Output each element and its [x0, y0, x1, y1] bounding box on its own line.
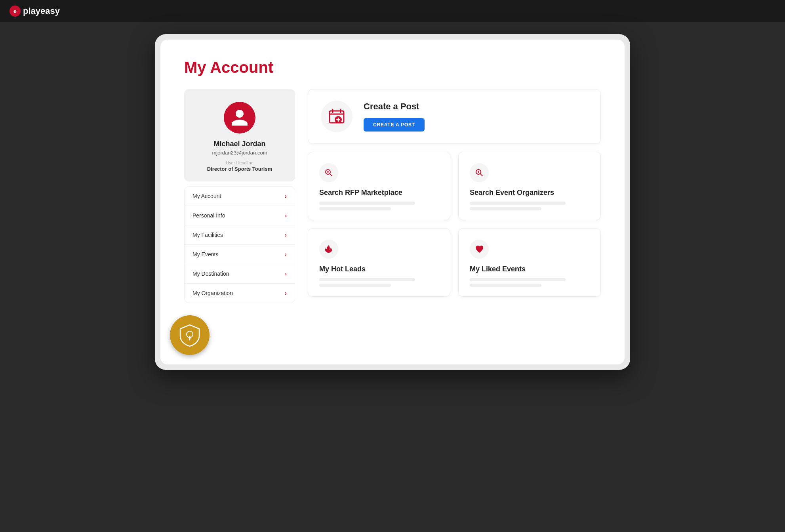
svg-line-11 [480, 174, 483, 176]
search-rfp-icon-wrap [319, 163, 338, 182]
search-organizers-icon [474, 168, 484, 177]
chevron-right-icon: › [285, 193, 287, 199]
nav-item-label: My Destination [192, 271, 229, 277]
chevron-right-icon: › [285, 212, 287, 219]
profile-section: Michael Jordan mjordan23@jordan.com User… [184, 89, 295, 181]
search-organizers-card[interactable]: Search Event Organizers [458, 152, 601, 220]
user-icon [230, 108, 250, 128]
feature-line [470, 284, 541, 287]
sidebar-item-my-events[interactable]: My Events › [185, 245, 295, 264]
nav-menu: My Account › Personal Info › My Faciliti… [184, 186, 295, 303]
chevron-right-icon: › [285, 232, 287, 238]
nav-item-label: My Events [192, 251, 218, 257]
content-area: Create a Post CREATE A POST [308, 89, 601, 297]
shield-badge-icon [178, 323, 202, 347]
create-post-info: Create a Post CREATE A POST [364, 101, 588, 132]
fire-icon [324, 244, 333, 254]
topbar: e playeasy [0, 0, 785, 22]
feature-line [319, 284, 391, 287]
logo-icon: e [10, 6, 21, 17]
feature-line [319, 278, 415, 281]
cards-grid: Search RFP Marketplace [308, 152, 601, 297]
hot-leads-title: My Hot Leads [319, 265, 439, 273]
nav-item-label: My Facilities [192, 232, 223, 238]
create-post-card: Create a Post CREATE A POST [308, 89, 601, 144]
profile-headline-label: User Headline [226, 160, 253, 165]
nav-item-label: My Organization [192, 290, 233, 296]
nav-item-label: My Account [192, 193, 221, 199]
svg-point-9 [327, 171, 329, 173]
logo[interactable]: e playeasy [10, 6, 60, 17]
feature-line [470, 278, 566, 281]
search-rfp-icon [324, 168, 333, 177]
device-frame: My Account Michael Jordan mjordan23@jord… [155, 34, 630, 370]
search-organizers-icon-wrap [470, 163, 489, 182]
chevron-right-icon: › [285, 290, 287, 296]
svg-line-8 [330, 174, 332, 176]
sidebar-item-my-facilities[interactable]: My Facilities › [185, 225, 295, 245]
feature-line [470, 202, 566, 205]
search-rfp-title: Search RFP Marketplace [319, 189, 439, 197]
sidebar-item-my-destination[interactable]: My Destination › [185, 264, 295, 284]
liked-events-title: My Liked Events [470, 265, 589, 273]
page-title: My Account [184, 59, 601, 76]
search-organizers-title: Search Event Organizers [470, 189, 589, 197]
profile-headline: Director of Sports Tourism [207, 166, 272, 172]
gold-badge [170, 315, 210, 355]
liked-events-card[interactable]: My Liked Events [458, 228, 601, 297]
chevron-right-icon: › [285, 251, 287, 257]
create-post-button[interactable]: CREATE A POST [364, 118, 425, 132]
device-screen: My Account Michael Jordan mjordan23@jord… [160, 40, 625, 364]
liked-events-icon-wrap [470, 240, 489, 259]
feature-line [319, 207, 391, 210]
avatar [224, 102, 255, 133]
heart-icon [474, 244, 484, 254]
create-post-title: Create a Post [364, 101, 588, 112]
logo-text: playeasy [23, 6, 60, 16]
search-rfp-lines [319, 202, 439, 210]
chevron-right-icon: › [285, 271, 287, 277]
hot-leads-icon-wrap [319, 240, 338, 259]
svg-point-12 [478, 171, 479, 173]
sidebar-item-my-organization[interactable]: My Organization › [185, 284, 295, 303]
main-layout: Michael Jordan mjordan23@jordan.com User… [184, 89, 601, 303]
calendar-plus-icon [327, 107, 346, 126]
feature-line [470, 207, 541, 210]
hot-leads-lines [319, 278, 439, 287]
sidebar-card: Michael Jordan mjordan23@jordan.com User… [184, 89, 295, 303]
profile-email: mjordan23@jordan.com [212, 150, 267, 156]
feature-line [319, 202, 415, 205]
nav-item-label: Personal Info [192, 212, 225, 219]
hot-leads-card[interactable]: My Hot Leads [308, 228, 450, 297]
sidebar-item-my-account[interactable]: My Account › [185, 187, 295, 206]
profile-name: Michael Jordan [213, 140, 265, 148]
page-content: My Account Michael Jordan mjordan23@jord… [160, 40, 625, 322]
liked-events-lines [470, 278, 589, 287]
search-organizers-lines [470, 202, 589, 210]
search-rfp-card[interactable]: Search RFP Marketplace [308, 152, 450, 220]
sidebar-item-personal-info[interactable]: Personal Info › [185, 206, 295, 225]
create-post-icon-wrap [321, 101, 352, 132]
